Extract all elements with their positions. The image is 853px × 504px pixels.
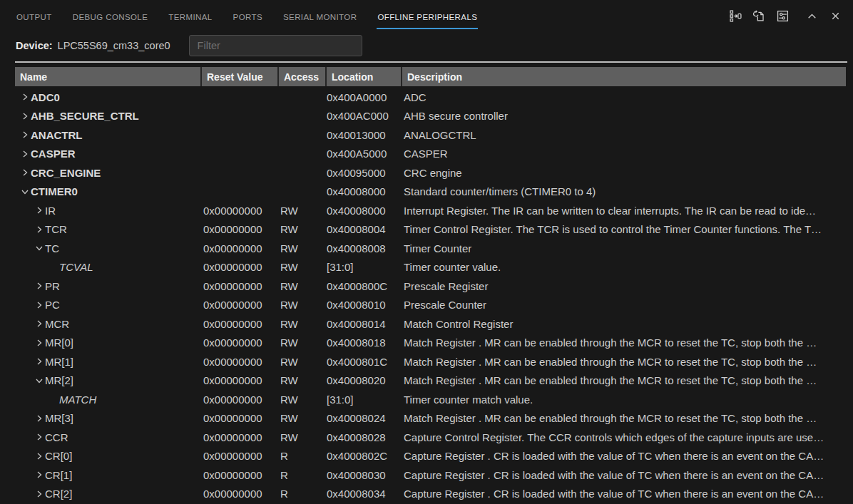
description-cell: Prescale Register xyxy=(401,280,846,292)
tree-row-casper[interactable]: CASPER0x400A5000CASPER xyxy=(15,145,846,164)
tree-row-ctimer0[interactable]: CTIMER00x40008000Standard counter/timers… xyxy=(15,182,846,202)
reset-value-cell: 0x00000000 xyxy=(200,205,277,217)
description-cell: Interrupt Register. The IR can be writte… xyxy=(401,205,846,217)
location-cell: 0x40008030 xyxy=(325,469,401,481)
chevron-down-icon[interactable] xyxy=(34,375,45,386)
row-name: MR[3] xyxy=(45,412,73,424)
chevron-right-icon[interactable] xyxy=(19,129,31,140)
tab-debug-console[interactable]: DEBUG CONSOLE xyxy=(72,3,149,29)
tree-row-mr2[interactable]: MR[2]0x00000000RW0x40008020Match Registe… xyxy=(15,371,846,391)
row-name: MR[0] xyxy=(45,336,73,349)
chevron-right-icon[interactable] xyxy=(34,337,45,349)
row-name-cell: MATCH xyxy=(15,394,200,406)
tab-terminal[interactable]: TERMINAL xyxy=(168,3,213,29)
location-cell: 0x4000800C xyxy=(325,280,401,292)
location-cell: 0x40008020 xyxy=(325,374,401,386)
row-name: TCR xyxy=(45,223,67,235)
tree-row-pr[interactable]: PR0x00000000RW0x4000800CPrescale Registe… xyxy=(15,277,846,296)
chevron-down-icon[interactable] xyxy=(19,186,31,197)
access-cell: RW xyxy=(277,336,325,349)
peripherals-chip-icon[interactable] xyxy=(777,10,789,22)
description-cell: Prescale Counter xyxy=(401,299,846,311)
map-registers-icon[interactable] xyxy=(730,10,742,22)
location-cell: 0x40008014 xyxy=(325,318,401,330)
column-header-access: Access xyxy=(277,67,325,86)
chevron-down-icon[interactable] xyxy=(34,242,45,254)
tree-row-cr2[interactable]: CR[2]0x00000000R0x40008034Capture Regist… xyxy=(15,485,846,504)
tree-row-pc[interactable]: PC0x00000000RW0x40008010Prescale Counter xyxy=(15,296,846,315)
tree-row-anactrl[interactable]: ANACTRL0x40013000ANALOGCTRL xyxy=(15,125,846,145)
chevron-right-icon[interactable] xyxy=(34,205,45,216)
row-name-cell: MR[0] xyxy=(15,336,200,349)
location-cell: 0x40008018 xyxy=(325,336,401,349)
location-cell: 0x400A0000 xyxy=(325,91,401,103)
row-name: PR xyxy=(45,280,60,292)
tree-row-crc_engine[interactable]: CRC_ENGINE0x40095000CRC engine xyxy=(15,163,846,182)
access-cell: RW xyxy=(277,242,325,254)
tree-row-mr0[interactable]: MR[0]0x00000000RW0x40008018Match Registe… xyxy=(15,334,846,353)
reset-value-cell: 0x00000000 xyxy=(200,394,277,406)
tree-row-cr1[interactable]: CR[1]0x00000000R0x40008030Capture Regist… xyxy=(15,466,846,485)
chevron-right-icon[interactable] xyxy=(34,451,45,462)
tab-ports[interactable]: PORTS xyxy=(233,3,263,29)
chevron-right-icon[interactable] xyxy=(34,299,45,311)
tab-serial-monitor[interactable]: SERIAL MONITOR xyxy=(282,3,357,29)
access-cell: RW xyxy=(277,412,325,424)
close-icon[interactable] xyxy=(829,10,842,22)
column-header-reset-value: Reset Value xyxy=(200,67,277,86)
access-cell: RW xyxy=(277,394,325,406)
tree-row-match[interactable]: MATCH0x00000000RW[31:0]Timer counter mat… xyxy=(15,390,846,409)
tree-row-ir[interactable]: IR0x00000000RW0x40008000Interrupt Regist… xyxy=(15,201,846,220)
chevron-right-icon[interactable] xyxy=(19,167,31,178)
tab-label: PORTS xyxy=(233,13,262,21)
access-cell: RW xyxy=(277,280,325,292)
tree-row-tcval[interactable]: TCVAL0x00000000RW[31:0]Timer counter val… xyxy=(15,258,846,277)
tab-label: DEBUG CONSOLE xyxy=(73,13,148,21)
reload-svd-file-icon[interactable] xyxy=(753,10,765,22)
row-name-cell: ANACTRL xyxy=(15,129,200,141)
tab-offline-peripherals[interactable]: OFFLINE PERIPHERALS xyxy=(377,3,478,29)
tree-row-mr3[interactable]: MR[3]0x00000000RW0x40008024Match Registe… xyxy=(15,409,846,428)
row-name: IR xyxy=(45,205,56,217)
access-cell: RW xyxy=(277,223,325,235)
description-cell: Match Control Register xyxy=(401,318,846,330)
row-name-cell: CR[1] xyxy=(15,469,200,481)
panel-tab-bar: OUTPUTDEBUG CONSOLETERMINALPORTSSERIAL M… xyxy=(0,0,853,31)
chevron-right-icon[interactable] xyxy=(34,318,45,329)
chevron-right-icon[interactable] xyxy=(34,488,45,500)
access-cell: RW xyxy=(277,261,325,273)
tree-row-ccr[interactable]: CCR0x00000000RW0x40008028Capture Control… xyxy=(15,428,846,447)
chevron-up-icon[interactable] xyxy=(806,10,818,22)
row-name: CRC_ENGINE xyxy=(31,167,101,179)
chevron-right-icon[interactable] xyxy=(34,224,45,235)
row-name: MR[1] xyxy=(45,356,73,368)
chevron-right-icon[interactable] xyxy=(34,431,45,443)
tree-row-mcr[interactable]: MCR0x00000000RW0x40008014Match Control R… xyxy=(15,314,846,334)
reset-value-cell: 0x00000000 xyxy=(200,223,277,235)
chevron-right-icon[interactable] xyxy=(19,110,31,122)
location-cell: 0x4000802C xyxy=(325,450,401,462)
filter-input[interactable] xyxy=(189,35,362,56)
tree-row-tcr[interactable]: TCR0x00000000RW0x40008004Timer Control R… xyxy=(15,220,846,240)
register-tree: ADC00x400A0000ADCAHB_SECURE_CTRL0x400AC0… xyxy=(15,88,846,503)
tree-row-mr1[interactable]: MR[1]0x00000000RW0x4000801CMatch Registe… xyxy=(15,352,846,371)
device-bar: Device: LPC55S69_cm33_core0 xyxy=(0,31,853,60)
chevron-right-icon[interactable] xyxy=(34,356,45,367)
location-cell: 0x40008028 xyxy=(325,431,401,443)
access-cell: RW xyxy=(277,431,325,443)
chevron-right-icon[interactable] xyxy=(34,280,45,292)
tree-row-ahb_secure_ctrl[interactable]: AHB_SECURE_CTRL0x400AC000AHB secure cont… xyxy=(15,107,846,126)
tree-row-tc[interactable]: TC0x00000000RW0x40008008Timer Counter xyxy=(15,239,846,258)
access-cell: RW xyxy=(277,356,325,368)
tree-row-cr0[interactable]: CR[0]0x00000000R0x4000802CCapture Regist… xyxy=(15,447,846,466)
description-cell: AHB secure controller xyxy=(401,110,846,122)
description-cell: CRC engine xyxy=(401,167,846,179)
location-cell: 0x40008010 xyxy=(325,299,401,311)
chevron-right-icon[interactable] xyxy=(34,469,45,480)
tab-output[interactable]: OUTPUT xyxy=(16,3,53,29)
chevron-right-icon[interactable] xyxy=(19,148,31,160)
tree-row-adc0[interactable]: ADC00x400A0000ADC xyxy=(15,88,846,107)
chevron-right-icon[interactable] xyxy=(19,91,31,103)
location-cell: 0x40095000 xyxy=(325,167,401,179)
chevron-right-icon[interactable] xyxy=(34,413,45,424)
